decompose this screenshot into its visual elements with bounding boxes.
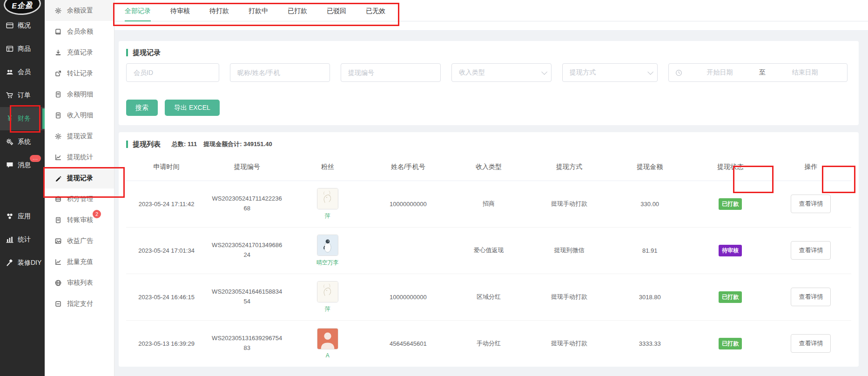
cell-fan: 晴空万李: [287, 227, 368, 274]
table-row: 2023-05-24 17:01:34WS2023052417013496862…: [126, 227, 851, 274]
sidebar-item-label: 商品: [18, 45, 31, 53]
income-type-select[interactable]: 收入类型: [451, 63, 552, 82]
sidebar-item-decorate-diy[interactable]: 装修DIY: [0, 251, 45, 275]
withdraw-filter-card: 提现记录 收入类型 提现方式: [119, 41, 859, 125]
primary-sidebar: E企盈 概况商品会员订单¥财务系统消息...应用统计装修DIY: [0, 0, 45, 376]
view-detail-button[interactable]: 查看详情: [791, 334, 831, 353]
cell-amount: 330.00: [610, 181, 690, 227]
sidebar-item-products[interactable]: 商品: [0, 37, 45, 60]
submenu-item-指定支付[interactable]: 指定支付: [45, 293, 114, 314]
submenu-item-批量充值[interactable]: 批量充值: [45, 251, 114, 272]
submenu-item-充值记录[interactable]: 充值记录: [45, 42, 114, 63]
view-detail-button[interactable]: 查看详情: [791, 241, 831, 260]
image-pic-icon: [54, 237, 62, 245]
tab-待审核[interactable]: 待审核: [170, 0, 190, 21]
chart-line-icon: [54, 154, 62, 161]
cell-apply-time: 2023-05-24 17:01:34: [126, 227, 207, 274]
submenu-item-转让记录[interactable]: 转让记录: [45, 63, 114, 84]
submenu-item-label: 提现统计: [67, 153, 93, 161]
clock-icon: [675, 69, 682, 76]
sidebar-item-stats[interactable]: 统计: [0, 228, 45, 251]
tab-待打款[interactable]: 待打款: [209, 0, 229, 21]
tab-已驳回[interactable]: 已驳回: [327, 0, 346, 21]
submenu-item-积分管理[interactable]: 积分管理: [45, 188, 114, 209]
finance-submenu: 余额设置会员余额充值记录转让记录余额明细收入明细提现设置提现统计提现记录积分管理…: [45, 0, 114, 376]
search-button[interactable]: 搜索: [126, 100, 158, 116]
submenu-item-余额设置[interactable]: 余额设置: [45, 0, 114, 21]
sidebar-item-finance[interactable]: ¥财务: [0, 107, 45, 130]
tab-已打款[interactable]: 已打款: [288, 0, 307, 21]
apps-icon: [6, 213, 14, 220]
list-total-amount: 提现金额合计: 349151.40: [203, 140, 272, 148]
chart-line-icon: [54, 258, 62, 266]
tool-icon: [6, 259, 14, 267]
cell-withdraw-no: WS20230513163929675483: [207, 320, 287, 367]
fan-name: 萍: [325, 212, 330, 220]
transfer-review-badge: 2: [93, 210, 101, 218]
withdraw-method-select[interactable]: 提现方式: [562, 63, 658, 82]
table-row: 2023-05-13 16:39:29WS2023051316392967548…: [126, 320, 851, 367]
sidebar-item-label: 消息: [18, 161, 31, 169]
sidebar-item-orders[interactable]: 订单: [0, 84, 45, 107]
cell-apply-time: 2023-05-24 17:11:42: [126, 181, 207, 227]
submenu-item-收入明细[interactable]: 收入明细: [45, 105, 114, 126]
sidebar-item-apps[interactable]: 应用: [0, 205, 45, 228]
view-detail-button[interactable]: 查看详情: [791, 288, 831, 306]
cell-amount: 3018.80: [610, 274, 690, 320]
gears-icon: [6, 138, 14, 146]
date-range-picker[interactable]: 开始日期 至 结束日期: [668, 63, 848, 82]
table-row: 2023-05-24 17:11:42WS2023052417114222366…: [126, 181, 851, 227]
file-icon: [54, 91, 62, 98]
submenu-item-label: 收益广告: [67, 237, 93, 245]
member-id-input[interactable]: [126, 63, 219, 82]
sidebar-item-messages[interactable]: 消息...: [0, 154, 45, 177]
filter-row: 收入类型 提现方式 开始日期 至 结束日期: [126, 63, 851, 82]
submenu-item-label: 提现记录: [67, 174, 93, 182]
column-header-提现编号: 提现编号: [207, 154, 287, 181]
sidebar-item-label: 应用: [18, 212, 31, 221]
tab-打款中[interactable]: 打款中: [249, 0, 268, 21]
cell-fan: 萍: [287, 181, 368, 227]
cell-withdraw-no: WS20230524171142223668: [207, 181, 287, 227]
submenu-item-提现设置[interactable]: 提现设置: [45, 126, 114, 147]
fan-info: 萍: [292, 188, 363, 220]
column-header-申请时间: 申请时间: [126, 154, 207, 181]
cell-status: 待审核: [690, 227, 771, 274]
submenu-item-审核列表[interactable]: 审核列表: [45, 272, 114, 293]
nickname-input[interactable]: [230, 63, 330, 82]
record-status-tabs: 全部记录待审核待打款打款中已打款已驳回已无效: [114, 0, 868, 21]
submenu-item-提现记录[interactable]: 提现记录: [45, 168, 114, 188]
cell-amount: 3333.33: [610, 320, 690, 367]
fan-name: A: [326, 352, 330, 359]
cell-status: 已打款: [690, 181, 771, 227]
sidebar-item-overview[interactable]: 概况: [0, 14, 45, 37]
withdraw-no-text: WS20230524170134968624: [211, 241, 283, 260]
cell-fan: 萍: [287, 274, 368, 320]
submenu-item-收益广告[interactable]: 收益广告: [45, 230, 114, 251]
withdraw-no-input[interactable]: [341, 63, 441, 82]
submenu-item-会员余额[interactable]: 会员余额: [45, 21, 114, 42]
cell-method: 提现手动打款: [529, 320, 610, 367]
cell-method: 提现到微信: [529, 227, 610, 274]
list-total-count: 总数: 111: [172, 140, 197, 148]
sidebar-item-label: 财务: [18, 114, 31, 123]
submenu-item-提现统计[interactable]: 提现统计: [45, 147, 114, 168]
submenu-item-label: 提现设置: [67, 132, 93, 141]
cell-withdraw-no: WS20230524170134968624: [207, 227, 287, 274]
submenu-item-转账审核[interactable]: 转账审核2: [45, 209, 114, 230]
tab-全部记录[interactable]: 全部记录: [125, 0, 151, 21]
submenu-item-余额明细[interactable]: 余额明细: [45, 84, 114, 105]
sketch-light-avatar: [317, 281, 338, 302]
view-detail-button[interactable]: 查看详情: [791, 195, 831, 213]
gear-icon: [54, 133, 62, 140]
withdraw-list-card: 提现列表 总数: 111 提现金额合计: 349151.40 申请时间提现编号粉…: [119, 132, 859, 367]
sidebar-item-system[interactable]: 系统: [0, 130, 45, 154]
submenu-item-label: 会员余额: [67, 27, 93, 36]
export-excel-button[interactable]: 导出 EXCEL: [165, 100, 220, 116]
sidebar-item-label: 装修DIY: [18, 259, 41, 267]
tab-已无效[interactable]: 已无效: [366, 0, 385, 21]
sidebar-item-members[interactable]: 会员: [0, 60, 45, 84]
start-date-placeholder: 开始日期: [684, 68, 755, 77]
column-header-姓名/手机号: 姓名/手机号: [368, 154, 448, 181]
fan-info: 晴空万李: [292, 235, 363, 267]
